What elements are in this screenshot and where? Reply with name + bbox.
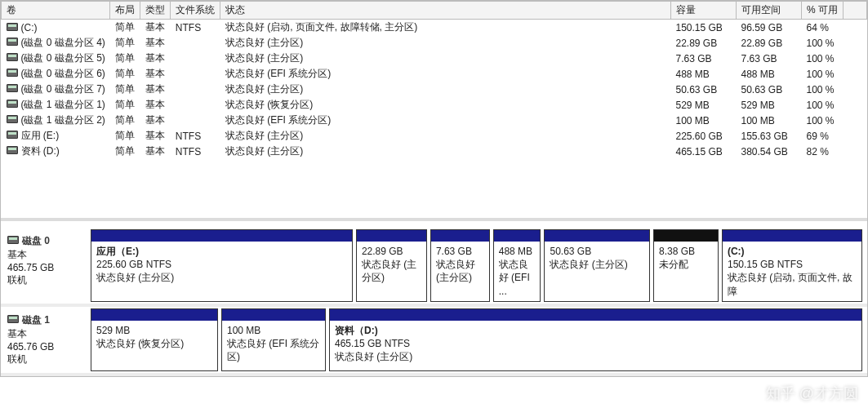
- partition-bar: [431, 230, 489, 242]
- partition-line2: 8.38 GB: [659, 246, 695, 257]
- partition[interactable]: 529 MB状态良好 (恢复分区): [91, 308, 218, 371]
- disk-parts: 529 MB状态良好 (恢复分区)100 MB状态良好 (EFI 系统分区)资料…: [91, 308, 867, 371]
- disk-icon: [7, 23, 18, 31]
- partition-line2: 529 MB: [96, 325, 130, 336]
- cell-volume: 资料 (D:): [2, 144, 110, 159]
- cell-pct: 100 %: [801, 51, 843, 66]
- partition-bar: [723, 230, 861, 242]
- volume-table[interactable]: 卷 布局 类型 文件系统 状态 容量 可用空间 % 可用 (C:)简单基本NTF…: [1, 1, 867, 159]
- col-pctfree[interactable]: % 可用: [801, 2, 843, 20]
- disk-type: 基本: [7, 327, 84, 341]
- partition-body: 8.38 GB未分配: [654, 242, 718, 301]
- table-row[interactable]: 应用 (E:)简单基本NTFS状态良好 (主分区)225.60 GB155.63…: [2, 128, 867, 144]
- cell-layout: 简单: [110, 144, 140, 159]
- cell-free: 155.63 GB: [736, 128, 801, 144]
- disk-icon: [7, 236, 19, 244]
- cell-layout: 简单: [110, 66, 140, 82]
- col-fs[interactable]: 文件系统: [171, 2, 220, 20]
- disk-title: 磁盘 1: [22, 314, 50, 326]
- col-layout[interactable]: 布局: [110, 2, 140, 20]
- partition[interactable]: 100 MB状态良好 (EFI 系统分区): [221, 308, 326, 371]
- partition[interactable]: 资料（D:)465.15 GB NTFS状态良好 (主分区): [329, 308, 862, 371]
- col-status[interactable]: 状态: [220, 2, 671, 20]
- cell-type: 基本: [140, 20, 171, 36]
- cell-status: 状态良好 (EFI 系统分区): [220, 66, 671, 82]
- disk-icon: [7, 131, 18, 139]
- table-header-row[interactable]: 卷 布局 类型 文件系统 状态 容量 可用空间 % 可用: [2, 2, 867, 20]
- partition[interactable]: 50.63 GB状态良好 (主分区): [544, 229, 650, 302]
- cell-layout: 简单: [110, 128, 140, 144]
- partition[interactable]: 22.89 GB状态良好 (主分区): [356, 229, 427, 302]
- cell-fs: [171, 82, 220, 97]
- cell-type: 基本: [140, 144, 171, 159]
- cell-volume: (磁盘 0 磁盘分区 7): [2, 82, 110, 97]
- partition-line3: 未分配: [659, 259, 688, 270]
- col-free[interactable]: 可用空间: [736, 2, 801, 20]
- volume-name: (磁盘 0 磁盘分区 6): [21, 68, 105, 79]
- cell-fs: [171, 51, 220, 66]
- table-row[interactable]: (磁盘 1 磁盘分区 1)简单基本状态良好 (恢复分区)529 MB529 MB…: [2, 97, 867, 113]
- cell-pct: 100 %: [801, 113, 843, 128]
- cell-type: 基本: [140, 35, 171, 51]
- partition[interactable]: (C:)150.15 GB NTFS状态良好 (启动, 页面文件, 故障: [722, 229, 862, 302]
- disk-icon: [7, 84, 18, 92]
- volume-name: (磁盘 0 磁盘分区 4): [21, 37, 105, 48]
- table-row[interactable]: (磁盘 0 磁盘分区 4)简单基本状态良好 (主分区)22.89 GB22.89…: [2, 35, 867, 51]
- cell-fs: [171, 66, 220, 82]
- disk-state: 联机: [7, 353, 84, 366]
- partition-body: 529 MB状态良好 (恢复分区): [91, 321, 217, 370]
- volume-name: (磁盘 1 磁盘分区 1): [21, 99, 105, 110]
- partition[interactable]: 7.63 GB状态良好 (主分区): [430, 229, 490, 302]
- disk-state: 联机: [7, 273, 84, 287]
- partition-body: 资料（D:)465.15 GB NTFS状态良好 (主分区): [330, 321, 861, 370]
- cell-layout: 简单: [110, 113, 140, 128]
- col-volume[interactable]: 卷: [2, 2, 110, 20]
- cell-pct: 64 %: [801, 20, 843, 36]
- partition-body: 100 MB状态良好 (EFI 系统分区): [222, 321, 325, 370]
- cell-fs: [171, 35, 220, 51]
- table-row[interactable]: (磁盘 1 磁盘分区 2)简单基本状态良好 (EFI 系统分区)100 MB10…: [2, 113, 867, 128]
- table-row[interactable]: (C:)简单基本NTFS状态良好 (启动, 页面文件, 故障转储, 主分区)15…: [2, 20, 867, 36]
- partition[interactable]: 8.38 GB未分配: [653, 229, 719, 302]
- cell-pct: 100 %: [801, 82, 843, 97]
- cell-volume: (磁盘 0 磁盘分区 4): [2, 35, 110, 51]
- cell-fs: [171, 113, 220, 128]
- partition-bar: [91, 309, 217, 321]
- disk-icon: [7, 69, 18, 77]
- cell-status: 状态良好 (主分区): [220, 35, 671, 51]
- cell-type: 基本: [140, 128, 171, 144]
- partition[interactable]: 应用（E:)225.60 GB NTFS状态良好 (主分区): [91, 229, 353, 302]
- cell-capacity: 7.63 GB: [670, 51, 736, 66]
- partition-line2: 7.63 GB: [436, 246, 472, 257]
- table-row[interactable]: (磁盘 0 磁盘分区 5)简单基本状态良好 (主分区)7.63 GB7.63 G…: [2, 51, 867, 66]
- partition-body: 488 MB状态良好 (EFI ...: [494, 242, 541, 301]
- partition-line2: 488 MB: [499, 246, 532, 257]
- disk-row[interactable]: 磁盘 0基本465.75 GB联机应用（E:)225.60 GB NTFS状态良…: [1, 228, 867, 307]
- cell-status: 状态良好 (主分区): [220, 128, 671, 144]
- partition-body: 7.63 GB状态良好 (主分区): [431, 242, 489, 301]
- cell-volume: 应用 (E:): [2, 128, 110, 144]
- cell-volume: (磁盘 1 磁盘分区 2): [2, 113, 110, 128]
- cell-pct: 69 %: [801, 128, 843, 144]
- cell-type: 基本: [140, 51, 171, 66]
- disk-icon: [7, 146, 18, 154]
- table-row[interactable]: (磁盘 0 磁盘分区 6)简单基本状态良好 (EFI 系统分区)488 MB48…: [2, 66, 867, 82]
- table-row[interactable]: 资料 (D:)简单基本NTFS状态良好 (主分区)465.15 GB380.54…: [2, 144, 867, 159]
- disk-type: 基本: [7, 248, 84, 262]
- cell-capacity: 488 MB: [670, 66, 736, 82]
- table-row[interactable]: (磁盘 0 磁盘分区 7)简单基本状态良好 (主分区)50.63 GB50.63…: [2, 82, 867, 97]
- col-type[interactable]: 类型: [140, 2, 171, 20]
- partition-bar: [545, 230, 649, 242]
- partition-line2: 150.15 GB NTFS: [728, 259, 803, 270]
- partition[interactable]: 488 MB状态良好 (EFI ...: [493, 229, 541, 302]
- cell-capacity: 50.63 GB: [670, 82, 736, 97]
- partition-bar: [357, 230, 426, 242]
- partition-body: (C:)150.15 GB NTFS状态良好 (启动, 页面文件, 故障: [723, 242, 861, 301]
- partition-line2: 100 MB: [227, 325, 260, 336]
- disk-size: 465.76 GB: [7, 341, 84, 353]
- disk-row[interactable]: 磁盘 1基本465.76 GB联机529 MB状态良好 (恢复分区)100 MB…: [1, 307, 867, 376]
- cell-volume: (磁盘 0 磁盘分区 5): [2, 51, 110, 66]
- cell-volume: (C:): [2, 20, 110, 36]
- partition-title: 应用（E:): [96, 246, 139, 257]
- col-capacity[interactable]: 容量: [670, 2, 736, 20]
